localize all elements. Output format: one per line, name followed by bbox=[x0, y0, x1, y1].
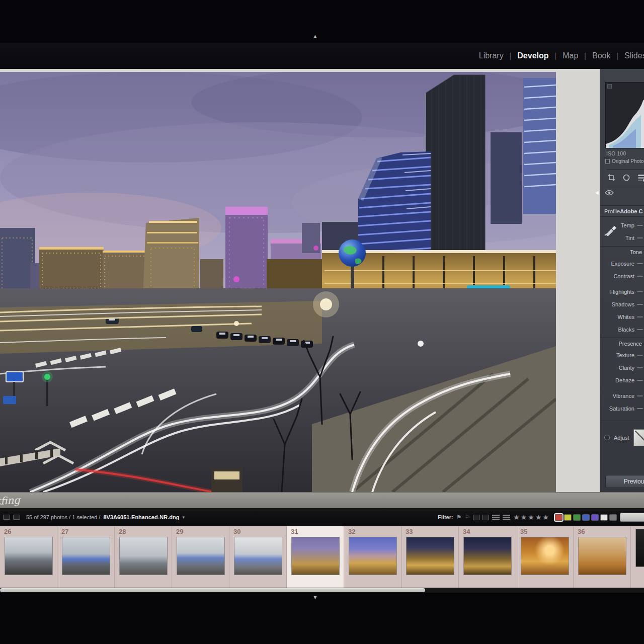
color-chip-yellow[interactable] bbox=[564, 514, 572, 521]
shadows-slider-label: Shadows bbox=[612, 301, 634, 307]
thumbnail-28[interactable] bbox=[119, 537, 168, 575]
filename-dropdown-caret[interactable]: ▾ bbox=[182, 515, 185, 520]
separator: | bbox=[555, 52, 557, 60]
star-rating-filter[interactable]: ★★★★★ bbox=[513, 513, 550, 521]
flag-picked-filter-icon[interactable]: ⚑ bbox=[456, 514, 462, 521]
thumbnail-32[interactable] bbox=[349, 537, 397, 575]
thumbnail-37[interactable] bbox=[635, 529, 644, 567]
highlights-slider[interactable] bbox=[637, 291, 643, 292]
filmstrip-cell[interactable]: 28 bbox=[115, 526, 172, 588]
tone-section-header[interactable]: Tone bbox=[600, 246, 644, 257]
thumbnail-26[interactable] bbox=[5, 537, 53, 575]
shadows-slider[interactable] bbox=[637, 304, 643, 305]
thumbnail-33[interactable] bbox=[406, 537, 454, 575]
filmstrip-cell-selected[interactable]: 31 bbox=[287, 526, 344, 588]
module-slideshow[interactable]: Slideshow bbox=[624, 51, 644, 60]
toolbar-strip: tfing bbox=[0, 492, 644, 508]
saturation-slider[interactable] bbox=[637, 408, 643, 409]
rating-operator-icon[interactable] bbox=[492, 515, 500, 520]
thumbnail-27[interactable] bbox=[62, 537, 110, 575]
filmstrip-cell[interactable]: 33 bbox=[401, 526, 459, 588]
filmstrip-scrollbar-thumb[interactable] bbox=[0, 588, 425, 592]
previous-button[interactable]: Previous bbox=[605, 475, 644, 488]
exposure-slider[interactable] bbox=[637, 263, 643, 264]
top-panel-collapse-icon[interactable]: ▲ bbox=[312, 33, 318, 39]
thumbnail-30[interactable] bbox=[234, 537, 282, 575]
profile-row[interactable]: Profile Adobe Color bbox=[600, 205, 644, 216]
vibrance-slider[interactable] bbox=[637, 395, 643, 396]
tone-curve-thumbnail[interactable] bbox=[633, 429, 644, 446]
masking-tool-icon[interactable] bbox=[636, 173, 644, 183]
selected-filename[interactable]: 8V3A6051-Enhanced-NR.dng bbox=[103, 514, 179, 520]
cell-index: 30 bbox=[233, 528, 286, 535]
filmstrip-cell[interactable]: 29 bbox=[172, 526, 229, 588]
vibrance-slider-label: Vibrance bbox=[613, 393, 634, 399]
filmstrip-cell[interactable]: 36 bbox=[574, 526, 631, 588]
edit-filter-icon[interactable] bbox=[473, 515, 479, 520]
cell-index: 28 bbox=[119, 528, 172, 535]
healing-tool-icon[interactable] bbox=[621, 173, 631, 183]
shadow-clipping-icon[interactable] bbox=[607, 84, 612, 89]
whites-slider[interactable] bbox=[637, 316, 643, 317]
blacks-slider-label: Blacks bbox=[618, 327, 634, 333]
main-window-icon[interactable] bbox=[3, 515, 10, 520]
filmstrip-cell[interactable]: 30 bbox=[229, 526, 287, 588]
right-panel-collapse-icon[interactable]: ◀ bbox=[595, 190, 599, 195]
module-develop[interactable]: Develop bbox=[517, 51, 548, 60]
filmstrip-status: 55 of 297 photos / 1 selected / bbox=[26, 514, 100, 520]
flag-unpicked-filter-icon[interactable]: ⚐ bbox=[464, 514, 470, 521]
cell-index: 27 bbox=[61, 528, 114, 535]
histogram-curve bbox=[606, 83, 644, 148]
filmstrip-cell[interactable]: 26 bbox=[0, 526, 57, 588]
filmstrip-cell[interactable]: 32 bbox=[344, 526, 401, 588]
adjust-radio[interactable] bbox=[604, 435, 610, 440]
texture-slider[interactable] bbox=[637, 355, 643, 356]
contrast-slider[interactable] bbox=[637, 276, 643, 277]
dehaze-slider[interactable] bbox=[637, 380, 643, 381]
thumbnail-35[interactable] bbox=[521, 537, 569, 575]
virtual-copy-filter-icon[interactable] bbox=[482, 515, 489, 520]
presence-section-header: Presence bbox=[600, 338, 644, 349]
exposure-slider-label: Exposure bbox=[611, 261, 634, 267]
color-chip-purple[interactable] bbox=[591, 514, 599, 521]
histogram[interactable] bbox=[605, 82, 644, 148]
module-library[interactable]: Library bbox=[479, 51, 504, 60]
cell-index: 31 bbox=[291, 528, 344, 535]
original-photo-checkbox[interactable] bbox=[605, 159, 610, 164]
texture-slider-label: Texture bbox=[616, 352, 634, 358]
color-chip-green[interactable] bbox=[573, 514, 581, 521]
main-photo[interactable]: Л bbox=[0, 72, 556, 492]
tint-slider[interactable] bbox=[637, 237, 643, 238]
module-book[interactable]: Book bbox=[592, 51, 610, 60]
red-eye-tool-icon[interactable] bbox=[604, 188, 614, 198]
color-chip-gray[interactable] bbox=[609, 514, 617, 521]
thumbnail-31-selected[interactable] bbox=[291, 537, 340, 575]
filmstrip-cell[interactable] bbox=[631, 526, 644, 588]
filmstrip-cell[interactable]: 35 bbox=[516, 526, 574, 588]
color-chip-blue[interactable] bbox=[582, 514, 590, 521]
filmstrip-collapse-icon[interactable]: ▼ bbox=[312, 594, 318, 600]
cell-index: 32 bbox=[348, 528, 401, 535]
bottom-panel-collapsed: ▼ bbox=[0, 593, 644, 644]
wb-eyedropper-icon[interactable] bbox=[604, 223, 617, 238]
filmstrip-cell[interactable]: 34 bbox=[459, 526, 516, 588]
blacks-slider[interactable] bbox=[637, 329, 643, 330]
monitor-screen: ▲ Library | Develop | Map | Book | Slide… bbox=[0, 0, 644, 644]
filter-preset-dropdown[interactable] bbox=[620, 513, 644, 522]
color-chip-white[interactable] bbox=[600, 514, 608, 521]
profile-value[interactable]: Adobe Color bbox=[620, 208, 643, 214]
original-photo-row[interactable]: Original Photo bbox=[605, 158, 644, 164]
temp-slider-label: Temp bbox=[621, 222, 634, 228]
color-chip-red[interactable] bbox=[555, 514, 562, 521]
filmstrip-cell[interactable]: 27 bbox=[57, 526, 115, 588]
original-photo-label: Original Photo bbox=[612, 158, 643, 164]
rating-operator-alt-icon[interactable] bbox=[503, 515, 510, 520]
crop-tool-icon[interactable] bbox=[606, 173, 616, 183]
clarity-slider[interactable] bbox=[637, 367, 643, 368]
temp-slider[interactable] bbox=[637, 225, 643, 226]
thumbnail-29[interactable] bbox=[177, 537, 225, 575]
thumbnail-36[interactable] bbox=[578, 537, 626, 575]
second-window-icon[interactable] bbox=[13, 515, 20, 520]
thumbnail-34[interactable] bbox=[463, 537, 512, 575]
module-map[interactable]: Map bbox=[562, 51, 578, 60]
